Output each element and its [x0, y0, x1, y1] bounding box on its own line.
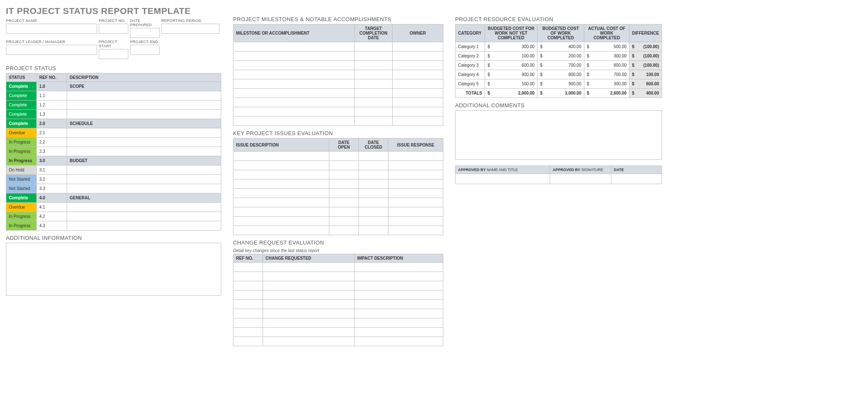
desc-cell[interactable]	[67, 166, 221, 175]
status-cell[interactable]: Complete	[6, 110, 37, 119]
status-cell[interactable]: Not Started	[6, 184, 37, 193]
desc-cell[interactable]	[67, 128, 221, 138]
empty-cell[interactable]	[355, 337, 443, 346]
empty-cell[interactable]	[233, 207, 329, 217]
desc-cell[interactable]: GENERAL	[67, 193, 221, 203]
empty-cell[interactable]	[393, 79, 443, 89]
empty-cell[interactable]	[233, 226, 329, 235]
empty-cell[interactable]	[355, 300, 443, 309]
empty-cell[interactable]	[355, 328, 443, 337]
empty-cell[interactable]	[233, 89, 355, 98]
input-project-no[interactable]	[99, 24, 128, 34]
empty-cell[interactable]	[355, 98, 393, 107]
desc-cell[interactable]	[67, 175, 221, 184]
input-project-name[interactable]	[6, 24, 97, 34]
empty-cell[interactable]	[233, 281, 263, 291]
empty-cell[interactable]	[359, 170, 388, 179]
empty-cell[interactable]	[233, 291, 263, 300]
empty-cell[interactable]	[233, 117, 355, 126]
empty-cell[interactable]	[359, 189, 388, 198]
empty-cell[interactable]	[329, 189, 359, 198]
input-project-end[interactable]	[130, 45, 160, 55]
desc-cell[interactable]	[67, 203, 221, 212]
empty-cell[interactable]	[393, 98, 443, 107]
status-cell[interactable]: In Progress	[6, 221, 37, 231]
desc-cell[interactable]	[67, 184, 221, 193]
status-cell[interactable]: Complete	[6, 82, 37, 91]
input-approved-name[interactable]	[456, 174, 550, 184]
status-cell[interactable]: In Progress	[6, 156, 37, 166]
empty-cell[interactable]	[233, 161, 329, 170]
empty-cell[interactable]	[355, 70, 393, 79]
empty-cell[interactable]	[388, 152, 443, 161]
empty-cell[interactable]	[233, 300, 263, 309]
empty-cell[interactable]	[355, 318, 443, 328]
empty-cell[interactable]	[355, 79, 393, 89]
empty-cell[interactable]	[233, 170, 329, 179]
input-date-prepared[interactable]	[130, 28, 160, 38]
empty-cell[interactable]	[233, 61, 355, 70]
empty-cell[interactable]	[233, 189, 329, 198]
empty-cell[interactable]	[355, 52, 393, 61]
empty-cell[interactable]	[388, 161, 443, 170]
desc-cell[interactable]	[67, 91, 221, 100]
empty-cell[interactable]	[233, 198, 329, 207]
empty-cell[interactable]	[393, 61, 443, 70]
empty-cell[interactable]	[359, 152, 388, 161]
status-cell[interactable]: Complete	[6, 193, 37, 203]
empty-cell[interactable]	[233, 52, 355, 61]
empty-cell[interactable]	[355, 281, 443, 291]
empty-cell[interactable]	[263, 281, 355, 291]
empty-cell[interactable]	[233, 309, 263, 318]
empty-cell[interactable]	[233, 107, 355, 117]
empty-cell[interactable]	[355, 107, 393, 117]
empty-cell[interactable]	[355, 263, 443, 272]
comments-box[interactable]	[455, 110, 662, 160]
empty-cell[interactable]	[233, 79, 355, 89]
input-project-start[interactable]	[99, 49, 128, 59]
empty-cell[interactable]	[359, 226, 388, 235]
empty-cell[interactable]	[329, 198, 359, 207]
empty-cell[interactable]	[388, 189, 443, 198]
desc-cell[interactable]	[67, 212, 221, 221]
empty-cell[interactable]	[329, 152, 359, 161]
empty-cell[interactable]	[355, 61, 393, 70]
additional-info-box[interactable]	[6, 243, 221, 296]
empty-cell[interactable]	[263, 300, 355, 309]
empty-cell[interactable]	[233, 42, 355, 52]
empty-cell[interactable]	[233, 318, 263, 328]
empty-cell[interactable]	[233, 263, 263, 272]
status-cell[interactable]: On Hold	[6, 166, 37, 175]
empty-cell[interactable]	[233, 328, 263, 337]
empty-cell[interactable]	[233, 98, 355, 107]
status-cell[interactable]: Overdue	[6, 203, 37, 212]
status-cell[interactable]: In Progress	[6, 147, 37, 156]
empty-cell[interactable]	[233, 152, 329, 161]
empty-cell[interactable]	[393, 117, 443, 126]
empty-cell[interactable]	[233, 70, 355, 79]
input-reporting-period[interactable]	[161, 24, 220, 34]
status-cell[interactable]: In Progress	[6, 212, 37, 221]
empty-cell[interactable]	[359, 207, 388, 217]
empty-cell[interactable]	[355, 42, 393, 52]
input-project-leader[interactable]	[6, 45, 97, 55]
empty-cell[interactable]	[263, 291, 355, 300]
empty-cell[interactable]	[355, 89, 393, 98]
empty-cell[interactable]	[329, 217, 359, 226]
desc-cell[interactable]: SCHEDULE	[67, 119, 221, 128]
empty-cell[interactable]	[355, 272, 443, 281]
desc-cell[interactable]	[67, 138, 221, 147]
empty-cell[interactable]	[359, 161, 388, 170]
empty-cell[interactable]	[393, 42, 443, 52]
desc-cell[interactable]: BUDGET	[67, 156, 221, 166]
status-cell[interactable]: Overdue	[6, 128, 37, 138]
desc-cell[interactable]	[67, 100, 221, 110]
desc-cell[interactable]	[67, 147, 221, 156]
empty-cell[interactable]	[393, 52, 443, 61]
empty-cell[interactable]	[388, 198, 443, 207]
desc-cell[interactable]: SCOPE	[67, 82, 221, 91]
empty-cell[interactable]	[329, 170, 359, 179]
input-approved-date[interactable]	[611, 174, 662, 184]
desc-cell[interactable]	[67, 221, 221, 231]
desc-cell[interactable]	[67, 110, 221, 119]
